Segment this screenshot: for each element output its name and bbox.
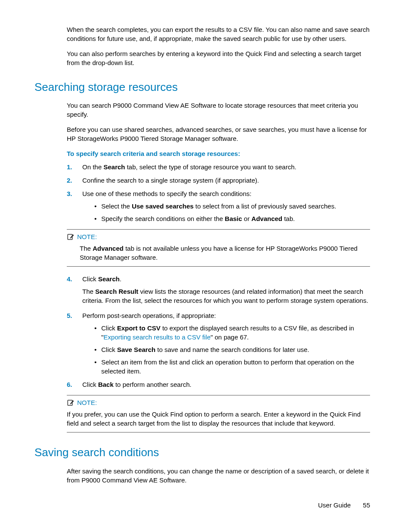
section1-paragraph-2: Before you can use shared searches, adva… <box>67 125 370 143</box>
page-footer: User Guide 55 <box>318 501 370 510</box>
note-divider-top <box>67 395 370 395</box>
procedure-lead-in: To specify search criteria and search st… <box>67 149 370 158</box>
procedure-list: 1. On the Search tab, select the type of… <box>67 162 370 223</box>
step-number: 1. <box>67 162 72 171</box>
step-text: Click Search. <box>82 275 121 283</box>
list-item: Click Export to CSV to export the displa… <box>93 324 370 342</box>
step-text: Perform post-search operations, if appro… <box>82 312 216 319</box>
intro-paragraph-1: When the search completes, you can expor… <box>67 25 370 43</box>
link-export-csv[interactable]: Exporting search results to a CSV file <box>103 333 210 341</box>
step-number: 5. <box>67 311 72 320</box>
note-body: If you prefer, you can use the Quick Fin… <box>67 410 370 428</box>
step-1: 1. On the Search tab, select the type of… <box>67 162 370 171</box>
section2-paragraph-1: After saving the search conditions, you … <box>67 467 370 485</box>
list-item: Click Save Search to save and name the s… <box>93 345 370 354</box>
step-6: 6. Click Back to perform another search. <box>67 380 370 389</box>
step-text: Confine the search to a single storage s… <box>82 177 259 184</box>
note-icon <box>67 399 75 407</box>
heading-saving-search-conditions: Saving search conditions <box>34 445 370 460</box>
section1-body: You can search P9000 Command View AE Sof… <box>67 101 370 223</box>
note-label: NOTE: <box>77 232 97 241</box>
section1-paragraph-1: You can search P9000 Command View AE Sof… <box>67 101 370 119</box>
step-2: 2. Confine the search to a single storag… <box>67 176 370 185</box>
footer-page-number: 55 <box>363 501 370 509</box>
note-label: NOTE: <box>77 398 97 407</box>
note-icon <box>67 233 75 241</box>
step-3: 3. Use one of these methods to specify t… <box>67 189 370 223</box>
step-number: 3. <box>67 189 72 198</box>
note-block-2: NOTE: If you prefer, you can use the Qui… <box>67 395 370 432</box>
step-3-bullets: Select the Use saved searches to select … <box>93 202 370 223</box>
step-5-bullets: Click Export to CSV to export the displa… <box>93 324 370 376</box>
step-number: 4. <box>67 274 72 283</box>
note-header: NOTE: <box>67 398 370 407</box>
intro-block: When the search completes, you can expor… <box>67 25 370 67</box>
list-item: Select the Use saved searches to select … <box>93 202 370 211</box>
list-item: Select an item from the list and click a… <box>93 358 370 376</box>
step-number: 6. <box>67 380 72 389</box>
footer-title: User Guide <box>318 501 351 509</box>
section1-body-continued: 4. Click Search. The Search Result view … <box>67 274 370 389</box>
page: When the search completes, you can expor… <box>0 0 411 532</box>
list-item: Specify the search conditions on either … <box>93 214 370 223</box>
note-header: NOTE: <box>67 232 370 241</box>
step-4: 4. Click Search. The Search Result view … <box>67 274 370 305</box>
step-text: On the Search tab, select the type of st… <box>82 163 296 171</box>
note-block-1: NOTE: The Advanced tab is not available … <box>67 229 370 267</box>
note-divider-bottom <box>67 266 370 267</box>
step-5: 5. Perform post-search operations, if ap… <box>67 311 370 376</box>
step-4-sub: The Search Result view lists the storage… <box>82 287 370 305</box>
intro-paragraph-2: You can also perform searches by enterin… <box>67 49 370 67</box>
section2-body: After saving the search conditions, you … <box>67 467 370 485</box>
heading-searching-storage-resources: Searching storage resources <box>34 79 370 95</box>
note-body: The Advanced tab is not available unless… <box>80 244 370 262</box>
step-text: Click Back to perform another search. <box>82 381 191 388</box>
step-number: 2. <box>67 176 72 185</box>
procedure-list-continued: 4. Click Search. The Search Result view … <box>67 274 370 389</box>
note-divider-top <box>67 229 370 230</box>
note-divider-bottom <box>67 432 370 432</box>
step-text: Use one of these methods to specify the … <box>82 190 252 197</box>
